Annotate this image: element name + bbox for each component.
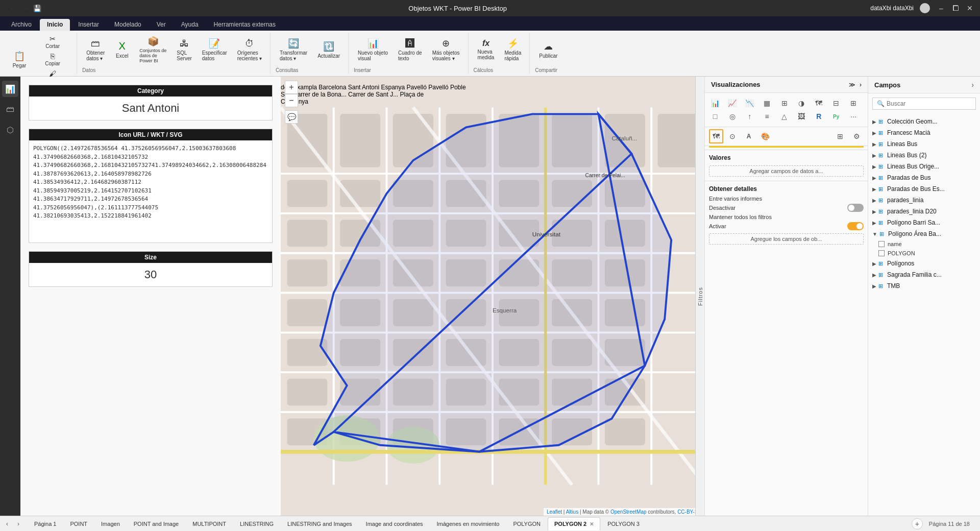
- viz-text-icon[interactable]: A: [742, 129, 756, 143]
- medida-rapida-button[interactable]: ⚡ Medidarápida: [500, 36, 525, 63]
- campos-section-tmb[interactable]: ▶⊞TMB: [868, 280, 980, 292]
- minimize-button[interactable]: –: [936, 3, 946, 13]
- campos-section-colección-geom...[interactable]: ▶⊞Colección Geom...: [868, 116, 980, 127]
- viz-scatter-icon[interactable]: ⊞: [778, 97, 791, 109]
- page-tab-polygon-2[interactable]: POLYGON 2✕: [548, 517, 600, 530]
- viz-map-icon[interactable]: 🗺: [813, 97, 825, 109]
- conjuntos-button[interactable]: 📦 Conjuntos dedatos dePower BI: [135, 34, 170, 65]
- campos-section-polígonos[interactable]: ▶⊞Polígonos: [868, 258, 980, 269]
- actualizar-button[interactable]: 🔃 Actualizar: [313, 39, 344, 61]
- agregar-campos-button[interactable]: Agregue los campos de ob...: [709, 233, 864, 245]
- tab-inicio[interactable]: Inicio: [40, 19, 70, 31]
- campos-search-input[interactable]: [887, 100, 971, 107]
- viz-r-icon[interactable]: R: [813, 110, 825, 123]
- campos-section-francesc-macià[interactable]: ▶⊞Francesc Macià: [868, 127, 980, 138]
- campos-section-paradas-de-bus-es...[interactable]: ▶⊞Paradas de Bus Es...: [868, 183, 980, 195]
- leaflet-link[interactable]: Leaflet: [547, 509, 562, 515]
- campos-section-paradas-de-bus[interactable]: ▶⊞Paradas de Bus: [868, 172, 980, 183]
- sql-button[interactable]: 🖧 SQLServer: [173, 36, 195, 63]
- page-tab-image-and-coordinates[interactable]: Image and coordinates: [359, 517, 430, 530]
- viz-color-icon[interactable]: 🎨: [758, 129, 772, 143]
- campo-field-item[interactable]: POLYGON: [868, 249, 980, 258]
- viz-kpi-icon[interactable]: ↑: [744, 110, 756, 123]
- viz-panel-expand-icon[interactable]: ≫: [849, 81, 855, 88]
- desactivar-toggle[interactable]: [847, 204, 864, 212]
- osm-link[interactable]: OpenStreetMap: [610, 509, 647, 515]
- page-tab-polygon[interactable]: POLYGON: [506, 517, 547, 530]
- wkt-content[interactable]: POLYGON((2.14972678536564 41.37526056956…: [29, 140, 272, 243]
- viz-bar-icon[interactable]: 📊: [709, 97, 721, 109]
- campos-section-polígono-barri-sa...[interactable]: ▶⊞Polígono Barri Sa...: [868, 217, 980, 228]
- zoom-out-button[interactable]: −: [285, 94, 298, 107]
- especificar-button[interactable]: 📝 Especificardatos: [198, 36, 231, 63]
- viz-bar2-icon[interactable]: ▦: [761, 97, 773, 109]
- tab-ver[interactable]: Ver: [150, 19, 173, 31]
- page-tab-multipoint[interactable]: MULTIPOINT: [186, 517, 233, 530]
- undo-button[interactable]: ↩: [7, 3, 18, 14]
- sidebar-model-icon[interactable]: ⬡: [2, 122, 18, 138]
- viz-circle-icon[interactable]: ⊙: [725, 129, 740, 143]
- copiar-button[interactable]: ⎘ Copiar: [33, 51, 72, 67]
- excel-button[interactable]: X Excel: [111, 38, 133, 61]
- tab-close-icon[interactable]: ✕: [590, 521, 594, 527]
- field-checkbox[interactable]: [878, 241, 885, 247]
- campo-field-item[interactable]: name: [868, 239, 980, 249]
- viz-line-icon[interactable]: 📈: [726, 97, 739, 109]
- page-tab-point-and-image[interactable]: POINT and Image: [127, 517, 185, 530]
- field-checkbox[interactable]: [878, 250, 885, 256]
- page-tab-polygon-3[interactable]: POLYGON 3: [601, 517, 646, 530]
- viz-area-icon[interactable]: 📉: [744, 97, 756, 109]
- campos-section-parades_linia-d20[interactable]: ▶⊞parades_linia D20: [868, 206, 980, 217]
- activar-toggle[interactable]: [847, 222, 864, 230]
- save-button[interactable]: 💾: [32, 3, 43, 14]
- viz-slicer-icon[interactable]: ≡: [761, 110, 773, 123]
- obtener-datos-button[interactable]: 🗃 Obtenerdatos ▾: [82, 36, 109, 63]
- campos-section-sagrada-familia-c...[interactable]: ▶⊞Sagrada Familia c...: [868, 269, 980, 280]
- campos-section-lineas-bus[interactable]: ▶⊞Lineas Bus: [868, 138, 980, 150]
- page-tab-página-1[interactable]: Página 1: [28, 517, 63, 530]
- user-avatar[interactable]: [920, 3, 930, 13]
- valores-add-button[interactable]: Agregar campos de datos a...: [709, 165, 864, 177]
- page-tab-linestring-and-images[interactable]: LINESTRING and Images: [281, 517, 359, 530]
- campos-section-lineas-bus-orige...[interactable]: ▶⊞Lineas Bus Orige...: [868, 161, 980, 172]
- cuadro-texto-button[interactable]: 🅰 Cuadro detexto: [394, 36, 426, 63]
- viz-py-icon[interactable]: Py: [830, 110, 842, 123]
- viz-table-icon[interactable]: ⊟: [830, 97, 842, 109]
- page-tab-imágenes-en-movimiento[interactable]: Imágenes en movimiento: [430, 517, 506, 530]
- add-page-button[interactable]: +: [912, 518, 923, 529]
- tab-ayuda[interactable]: Ayuda: [174, 19, 206, 31]
- zoom-in-button[interactable]: +: [285, 81, 298, 94]
- page-tab-point[interactable]: POINT: [63, 517, 94, 530]
- page-tab-imagen[interactable]: Imagen: [94, 517, 127, 530]
- cortar-button[interactable]: ✂ Cortar: [33, 34, 72, 50]
- campos-section-parades_linia[interactable]: ▶⊞parades_linia: [868, 195, 980, 206]
- viz-panel-collapse-icon[interactable]: ›: [860, 81, 862, 88]
- viz-more-icon[interactable]: ···: [847, 110, 860, 123]
- tab-herramientas[interactable]: Herramientas externas: [207, 19, 283, 31]
- nueva-medida-button[interactable]: fx Nuevamedida: [474, 37, 499, 62]
- page-next-button[interactable]: ›: [13, 519, 23, 529]
- transformar-button[interactable]: 🔄 Transformardatos ▾: [276, 36, 311, 63]
- viz-grid-icon[interactable]: ⊞: [833, 129, 847, 143]
- close-button[interactable]: ✕: [965, 3, 975, 13]
- mas-objetos-button[interactable]: ⊕ Más objetosvisuales ▾: [428, 36, 464, 63]
- tab-insertar[interactable]: Insertar: [71, 19, 106, 31]
- publicar-button[interactable]: ☁ Publicar: [535, 39, 561, 61]
- sidebar-report-icon[interactable]: 📊: [2, 81, 18, 97]
- viz-pie-icon[interactable]: ◑: [795, 97, 807, 109]
- viz-image-icon[interactable]: 🖼: [795, 110, 807, 123]
- map-comment-button[interactable]: 💬: [285, 110, 298, 124]
- tab-archivo[interactable]: Archivo: [4, 19, 39, 31]
- page-prev-button[interactable]: ‹: [2, 519, 12, 529]
- viz-settings-icon[interactable]: ⚙: [849, 129, 864, 143]
- altius-link[interactable]: Altius: [566, 509, 578, 515]
- origenes-button[interactable]: ⏱ Orígenesrecientes ▾: [233, 36, 266, 63]
- campos-section-lineas-bus-(2)[interactable]: ▶⊞Lineas Bus (2): [868, 150, 980, 161]
- viz-shape-icon[interactable]: △: [778, 110, 791, 123]
- viz-custom-icon[interactable]: 🗺: [709, 129, 723, 143]
- campos-collapse-icon[interactable]: ›: [971, 81, 974, 89]
- nuevo-objeto-button[interactable]: 📊 Nuevo objetovisual: [354, 36, 392, 63]
- tab-modelado[interactable]: Modelado: [107, 19, 149, 31]
- campos-section-polígono-área-ba...[interactable]: ▼⊞Polígono Área Ba...: [868, 228, 980, 239]
- redo-button[interactable]: ↪: [19, 3, 31, 14]
